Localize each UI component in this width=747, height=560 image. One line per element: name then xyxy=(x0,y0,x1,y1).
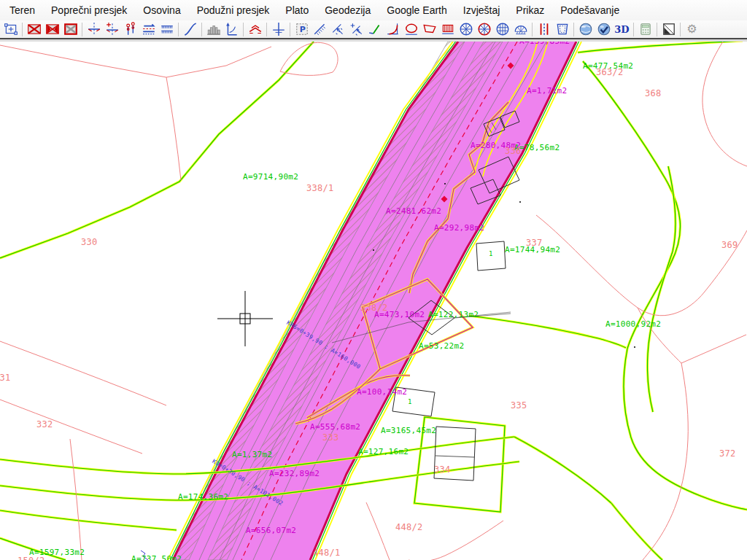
three-d-label: 3D xyxy=(614,24,629,35)
axis-cross-button[interactable] xyxy=(269,20,287,39)
menu-item-teren[interactable]: Teren xyxy=(1,1,43,19)
drawing-world: A=9714,90m2A=477,54m2A=78,56m2A=1744,94m… xyxy=(0,42,747,560)
toolbar-separator xyxy=(290,23,290,36)
slope-hatch-button[interactable] xyxy=(311,20,329,39)
hatch-area-button[interactable] xyxy=(438,20,457,39)
toolbar-separator xyxy=(266,23,267,36)
slope-arrow-button[interactable] xyxy=(329,20,347,39)
drawing-canvas[interactable]: A=9714,90m2A=477,54m2A=78,56m2A=1744,94m… xyxy=(0,42,747,560)
zoom-extents-button[interactable] xyxy=(1,20,20,39)
road-crown-button[interactable] xyxy=(246,20,264,39)
curve-button[interactable] xyxy=(181,20,199,39)
fillet-curve-button[interactable] xyxy=(384,20,402,39)
toolbar: P 3D ⚙ xyxy=(0,20,747,39)
perspective-view-button[interactable] xyxy=(659,20,678,39)
application-window: TerenPoprečni presjekOsovinaPodužni pres… xyxy=(0,0,747,560)
boundary-yellow-halo xyxy=(469,316,626,348)
toolbar-separator xyxy=(680,23,681,36)
section-pins-button[interactable] xyxy=(121,20,139,39)
ellipse-button[interactable] xyxy=(402,20,420,39)
toolbar-separator xyxy=(22,23,23,36)
angle-vertex-button[interactable] xyxy=(365,20,384,39)
toolbar-separator xyxy=(633,23,634,36)
menu-item-prikaz[interactable]: Prikaz xyxy=(508,1,552,19)
cross-section-button[interactable] xyxy=(85,20,103,39)
stripe-pattern-button[interactable] xyxy=(535,20,553,39)
delete-cross-section-all-button[interactable] xyxy=(61,20,80,39)
menu-item-plato[interactable]: Plato xyxy=(277,1,317,19)
station-tick xyxy=(141,551,148,560)
arch-structure-button[interactable] xyxy=(511,20,530,39)
menu-item-geodezija[interactable]: Geodezija xyxy=(317,1,379,19)
globe-check-button[interactable] xyxy=(595,20,613,39)
add-cross-section-button[interactable] xyxy=(103,20,121,39)
google-earth-globe-button[interactable] xyxy=(576,20,595,39)
delete-cross-section-button[interactable] xyxy=(25,20,43,39)
menu-bar: TerenPoprečni presjekOsovinaPodužni pres… xyxy=(0,0,747,20)
toolbar-separator xyxy=(178,23,179,36)
frame-trapezoid-button[interactable] xyxy=(553,20,571,39)
embankment-layers-button[interactable] xyxy=(139,20,158,39)
ruler-comb-button[interactable] xyxy=(158,20,176,39)
toolbar-separator xyxy=(201,23,202,36)
mass-diagram-button[interactable] xyxy=(204,20,222,39)
toolbar-separator xyxy=(243,23,244,36)
menu-item-izvje-taj[interactable]: Izvještaj xyxy=(455,1,508,19)
boundary-yellow-halo xyxy=(647,166,676,412)
toolbar-separator xyxy=(573,23,574,36)
svg-text:P: P xyxy=(299,25,305,34)
add-slope-button[interactable] xyxy=(347,20,365,39)
boundary-yellow-halo xyxy=(514,437,611,503)
wheel-mesh-button[interactable] xyxy=(493,20,511,39)
toolbar-separator xyxy=(82,23,82,36)
settings-gear-button[interactable]: ⚙ xyxy=(683,20,701,39)
menu-item-popre-ni-presjek[interactable]: Poprečni presjek xyxy=(43,1,135,19)
menu-item-pode-avanje[interactable]: Podešavanje xyxy=(552,1,627,19)
parking-button[interactable]: P xyxy=(293,20,311,39)
calculator-button[interactable] xyxy=(636,20,654,39)
cadastral-drawing xyxy=(0,42,747,560)
crosshair-cursor xyxy=(217,291,273,346)
boundary-yellow-halo xyxy=(583,61,747,510)
menu-item-google-earth[interactable]: Google Earth xyxy=(379,1,455,19)
toolbar-separator xyxy=(657,23,657,36)
wheel-red-button[interactable] xyxy=(475,20,493,39)
trapezoid-button[interactable] xyxy=(420,20,438,39)
toolbar-separator xyxy=(532,23,533,36)
boundary-yellow-halo xyxy=(611,503,662,560)
delete-cross-section-range-button[interactable] xyxy=(43,20,61,39)
boundary-yellow-halo xyxy=(0,42,314,258)
boundary-yellow-halo xyxy=(0,510,177,530)
profile-arrow-button[interactable] xyxy=(222,20,241,39)
gear-icon: ⚙ xyxy=(686,23,697,35)
wheel-button[interactable] xyxy=(457,20,475,39)
menu-item-osovina[interactable]: Osovina xyxy=(135,1,188,19)
menu-item-podu-ni-presjek[interactable]: Podužni presjek xyxy=(189,1,278,19)
three-d-view-button[interactable]: 3D xyxy=(613,20,631,39)
